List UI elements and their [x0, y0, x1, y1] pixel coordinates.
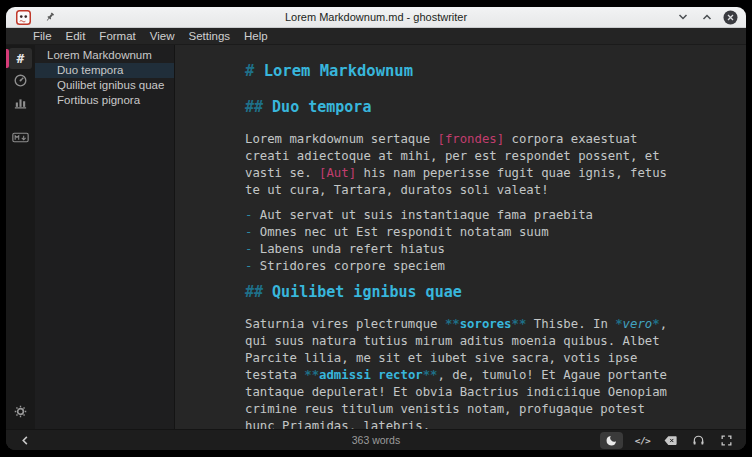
fullscreen-toggle[interactable]	[718, 432, 735, 449]
tab-outline[interactable]: #	[9, 48, 32, 69]
editor-text-segment: **	[512, 317, 527, 331]
editor-text-segment: Lorem markdownum sertaque	[245, 132, 438, 146]
ghostwriter-window: Lorem Markdownum.md - ghostwriter Fi	[6, 7, 746, 450]
editor-paragraph: Lorem markdownum sertaque [frondes] corp…	[245, 131, 734, 199]
editor-text-segment: -	[245, 259, 260, 273]
markdown-icon	[12, 130, 29, 145]
hide-sidebar-button[interactable]	[17, 432, 34, 449]
window-title: Lorem Markdownum.md - ghostwriter	[6, 11, 746, 23]
hemingway-mode-toggle[interactable]	[662, 432, 679, 449]
menu-file[interactable]: File	[26, 30, 59, 42]
editor-text-segment: Thisbe. In	[526, 317, 615, 331]
focus-mode-toggle[interactable]	[690, 432, 707, 449]
editor-text-segment: **	[445, 317, 460, 331]
editor-heading: ## Quilibet ignibus quae	[245, 283, 734, 301]
menubar: File Edit Format View Settings Help	[6, 28, 746, 45]
minimize-button[interactable]	[675, 10, 690, 25]
chevron-up-icon	[701, 11, 713, 23]
editor-heading: # Lorem Markdownum	[245, 62, 734, 80]
editor-heading: ## Duo tempora	[245, 98, 734, 116]
outline-item[interactable]: Duo tempora	[35, 63, 174, 78]
menu-format[interactable]: Format	[92, 30, 142, 42]
outline-item[interactable]: Fortibus pignora	[35, 93, 174, 108]
editor-list: - Aut servat ut suis instantiaque fama p…	[245, 207, 734, 275]
code-icon: </>	[635, 435, 651, 446]
editor-text-segment: *	[652, 317, 659, 331]
editor-text-segment: -	[245, 225, 260, 239]
html-preview-toggle[interactable]: </>	[634, 432, 651, 449]
editor-text-segment: [Aut]	[319, 166, 356, 180]
maximize-button[interactable]	[699, 10, 714, 25]
editor-text-segment: Labens unda refert hiatus	[260, 242, 445, 256]
main-content: #	[6, 45, 746, 429]
editor-text-segment: Duo tempora	[272, 98, 371, 116]
editor-text-segment: ##	[245, 283, 272, 301]
moon-icon	[605, 434, 618, 447]
statusbar: 363 words </>	[6, 429, 746, 450]
hash-icon: #	[17, 51, 25, 66]
editor-text-segment: -	[245, 208, 260, 222]
pin-icon[interactable]	[44, 11, 56, 23]
dark-mode-toggle[interactable]	[600, 432, 623, 449]
editor-list-item: - Aut servat ut suis instantiaque fama p…	[245, 207, 734, 224]
chevron-down-icon	[677, 11, 689, 23]
fullscreen-icon	[720, 434, 733, 447]
editor-text-segment: #	[245, 62, 264, 80]
editor-text-segment: [frondes]	[438, 132, 505, 146]
editor-text-segment: **	[304, 368, 319, 382]
outline-panel: Lorem MarkdownumDuo temporaQuilibet igni…	[35, 45, 175, 429]
editor-text-segment: Stridores corpore speciem	[260, 259, 445, 273]
bar-chart-icon	[13, 95, 28, 110]
close-icon	[723, 10, 738, 25]
backspace-icon	[663, 434, 678, 447]
editor-text-segment: Lorem Markdownum	[264, 62, 413, 80]
menu-help[interactable]: Help	[237, 30, 275, 42]
tab-document-statistics[interactable]	[9, 92, 32, 113]
menu-edit[interactable]: Edit	[59, 30, 93, 42]
editor-text-segment: Saturnia vires plectrumque	[245, 317, 445, 331]
gauge-icon	[13, 73, 28, 88]
titlebar: Lorem Markdownum.md - ghostwriter	[6, 7, 746, 28]
editor-text-segment: ##	[245, 98, 272, 116]
settings-button[interactable]	[9, 401, 32, 422]
editor-text-segment: admissi rector	[319, 368, 423, 382]
editor-text-segment: vero	[623, 317, 653, 331]
editor-text-segment: **	[423, 368, 438, 382]
editor-list-item: - Stridores corpore speciem	[245, 258, 734, 275]
ghostwriter-app-icon[interactable]	[16, 10, 31, 25]
outline-list: Lorem MarkdownumDuo temporaQuilibet igni…	[35, 48, 174, 108]
menu-settings[interactable]: Settings	[182, 30, 238, 42]
editor-text-segment: Omnes nec ut Est respondit notatam suum	[260, 225, 549, 239]
close-button[interactable]	[723, 10, 738, 25]
sidebar-tab-strip: #	[6, 45, 35, 429]
menu-view[interactable]: View	[143, 30, 182, 42]
editor[interactable]: # Lorem Markdownum## Duo temporaLorem ma…	[175, 45, 746, 429]
tab-session-statistics[interactable]	[9, 70, 32, 91]
active-tab-indicator	[6, 49, 9, 68]
editor-content: # Lorem Markdownum## Duo temporaLorem ma…	[245, 62, 734, 429]
chevron-left-icon	[20, 435, 31, 446]
editor-text-segment: Aut servat ut suis instantiaque fama pra…	[260, 208, 593, 222]
editor-text-segment: sorores	[460, 317, 512, 331]
tab-cheat-sheet[interactable]	[9, 127, 32, 148]
editor-list-item: - Labens unda refert hiatus	[245, 241, 734, 258]
headphones-icon	[692, 434, 705, 447]
editor-list-item: - Omnes nec ut Est respondit notatam suu…	[245, 224, 734, 241]
editor-text-segment: Quilibet ignibus quae	[272, 283, 462, 301]
outline-item[interactable]: Quilibet ignibus quae	[35, 78, 174, 93]
outline-item[interactable]: Lorem Markdownum	[35, 48, 174, 63]
gear-icon	[13, 404, 28, 419]
editor-paragraph: Saturnia vires plectrumque **sorores** T…	[245, 316, 734, 429]
editor-text-segment: -	[245, 242, 260, 256]
editor-text-segment: *	[615, 317, 622, 331]
